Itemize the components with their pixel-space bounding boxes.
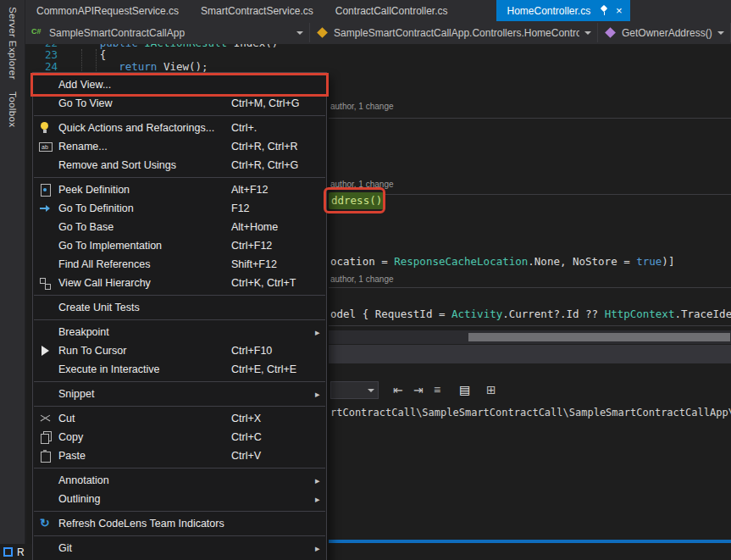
menu-item-icon-slot <box>33 387 56 401</box>
menu-item-quick-actions-and-refactorings[interactable]: Quick Actions and Refactorings...Ctrl+. <box>33 119 326 137</box>
menu-item-go-to-implementation[interactable]: Go To ImplementationCtrl+F12 <box>33 236 326 255</box>
menu-separator <box>34 468 325 469</box>
code-token: ocation = <box>330 255 394 268</box>
code-token: odel { RequestId = <box>330 308 451 320</box>
menu-item-breakpoint[interactable]: Breakpoint▸ <box>33 323 326 341</box>
line-number: 23 <box>25 49 63 61</box>
output-toolbar-frame-icon[interactable]: ⊞ <box>486 382 496 397</box>
menu-item-shortcut: Ctrl+E, Ctrl+E <box>231 363 315 375</box>
menu-item-outlining[interactable]: Outlining▸ <box>33 490 326 508</box>
menu-item-label: Git <box>56 542 231 554</box>
horizontal-scrollbar[interactable] <box>329 330 731 344</box>
output-toolbar-lines-icon[interactable]: ≡ <box>434 382 440 397</box>
menu-item-shortcut: F12 <box>231 202 315 214</box>
code-fragment: odel { RequestId = Activity.Current?.Id … <box>330 308 731 321</box>
menu-item-shortcut: Ctrl+V <box>231 450 315 462</box>
context-menu: Add View...Go To ViewCtrl+M, Ctrl+GQuick… <box>32 72 327 560</box>
output-toolbar-history-next-icon[interactable]: ⇥ <box>413 382 424 397</box>
tool-strip-tab-toolbox[interactable]: Toolbox <box>8 91 18 127</box>
menu-item-shortcut: Ctrl+C <box>231 431 315 443</box>
menu-item-cut[interactable]: CutCtrl+X <box>33 409 326 428</box>
menu-item-label: Annotation <box>56 474 231 486</box>
menu-item-execute-in-interactive[interactable]: Execute in InteractiveCtrl+E, Ctrl+E <box>33 360 326 379</box>
type-dropdown[interactable]: SampleSmartContractCallApp.Controllers.H… <box>310 23 598 42</box>
output-dropdown[interactable] <box>330 381 379 399</box>
indent-guide <box>81 49 82 73</box>
code-token: { <box>68 48 106 61</box>
menu-item-icon-slot <box>33 301 56 314</box>
pane-separator <box>329 325 731 326</box>
menu-item-create-unit-tests[interactable]: Create Unit Tests <box>33 298 326 317</box>
copy-icon <box>33 430 56 444</box>
tab-commonapirequestservice-cs[interactable]: CommonAPIRequestService.cs <box>25 0 190 21</box>
class-icon <box>317 27 328 38</box>
codelens-info[interactable]: author, 1 change <box>330 102 394 111</box>
menu-item-add-view[interactable]: Add View... <box>33 75 326 94</box>
code-text[interactable]: return View(); <box>63 61 208 73</box>
scrollbar-thumb[interactable] <box>468 333 730 341</box>
menu-item-find-all-references[interactable]: Find All ReferencesShift+F12 <box>33 255 326 274</box>
codelens-info[interactable]: author, 1 change <box>330 274 394 284</box>
navigation-bar: SampleSmartContractCallApp SampleSmartCo… <box>25 21 731 44</box>
menu-item-peek-definition[interactable]: Peek DefinitionAlt+F12 <box>33 180 326 199</box>
submenu-arrow-icon: ▸ <box>315 494 326 505</box>
rename-icon <box>33 140 56 153</box>
menu-item-view-call-hierarchy[interactable]: View Call HierarchyCtrl+K, Ctrl+T <box>33 274 326 292</box>
close-icon[interactable]: × <box>613 4 624 17</box>
menu-item-shortcut: Ctrl+X <box>231 413 315 424</box>
menu-item-remove-and-sort-usings[interactable]: Remove and Sort UsingsCtrl+R, Ctrl+G <box>33 156 326 175</box>
menu-item-label: Breakpoint <box>56 326 231 338</box>
menu-item-label: Rename... <box>56 141 231 152</box>
menu-separator <box>34 381 325 382</box>
output-toolbar-history-prev-icon[interactable]: ⇤ <box>393 382 403 397</box>
menu-item-rename[interactable]: Rename...Ctrl+R, Ctrl+R <box>33 137 326 156</box>
code-token: )] <box>662 255 674 268</box>
menu-item-snippet[interactable]: Snippet▸ <box>33 385 326 403</box>
goto-icon <box>33 202 56 215</box>
member-dropdown[interactable]: GetOwnerAddress() <box>598 23 731 42</box>
code-token: .None, NoStore = <box>528 255 636 268</box>
pane-splitter[interactable] <box>329 345 731 363</box>
menu-item-go-to-base[interactable]: Go To BaseAlt+Home <box>33 218 326 236</box>
method-icon <box>605 27 616 38</box>
tool-strip-tab-server-explorer[interactable]: Server Explorer <box>8 7 18 80</box>
menu-item-icon-slot <box>33 325 56 339</box>
menu-item-shortcut: Alt+Home <box>231 221 315 233</box>
menu-item-refresh-codelens-team-indicators[interactable]: Refresh CodeLens Team Indicators <box>33 514 326 533</box>
menu-item-label: Go To Base <box>56 221 231 233</box>
tab-contractcallcontroller-cs[interactable]: ContractCallController.cs <box>324 0 459 21</box>
menu-item-git[interactable]: Git▸ <box>33 539 326 557</box>
left-tool-strip: Server ExplorerToolbox <box>0 0 25 560</box>
peek-icon <box>33 183 56 197</box>
code-line: 23 { <box>25 49 278 61</box>
status-text: R <box>17 546 25 558</box>
menu-item-go-to-definition[interactable]: Go To DefinitionF12 <box>33 199 326 218</box>
project-dropdown[interactable]: SampleSmartContractCallApp <box>25 23 310 42</box>
tab-smartcontractservice-cs[interactable]: SmartContractService.cs <box>190 0 324 21</box>
procedure-separator <box>385 194 731 195</box>
menu-item-label: Run To Cursor <box>56 345 231 357</box>
menu-item-paste[interactable]: PasteCtrl+V <box>33 446 326 465</box>
type-dropdown-value: SampleSmartContractCallApp.Controllers.H… <box>329 27 579 39</box>
menu-item-shortcut: Ctrl+R, Ctrl+G <box>231 159 315 171</box>
pin-icon[interactable] <box>598 4 610 17</box>
menu-item-run-to-cursor[interactable]: Run To CursorCtrl+F10 <box>33 341 326 360</box>
menu-item-go-to-view[interactable]: Go To ViewCtrl+M, Ctrl+G <box>33 94 326 113</box>
tab-homecontroller-cs[interactable]: HomeController.cs× <box>496 0 631 21</box>
menu-item-icon-slot <box>33 363 56 376</box>
csharp-project-icon <box>31 27 44 38</box>
submenu-arrow-icon: ▸ <box>315 543 326 554</box>
menu-item-label: Add View... <box>56 79 231 91</box>
menu-item-shortcut: Shift+F12 <box>231 258 315 270</box>
tab-bar: CommonAPIRequestService.csSmartContractS… <box>25 0 731 21</box>
bulb-icon <box>33 121 56 135</box>
output-toolbar-grid-icon[interactable]: ▤ <box>459 382 470 397</box>
menu-item-shortcut: Ctrl+K, Ctrl+T <box>231 277 315 289</box>
menu-item-annotation[interactable]: Annotation▸ <box>33 471 326 490</box>
menu-item-copy[interactable]: CopyCtrl+C <box>33 428 326 446</box>
submenu-arrow-icon: ▸ <box>315 475 326 486</box>
hier-icon <box>33 276 56 290</box>
code-text[interactable]: { <box>63 49 106 61</box>
tab-label: CommonAPIRequestService.cs <box>36 5 179 17</box>
menu-separator <box>34 535 325 536</box>
